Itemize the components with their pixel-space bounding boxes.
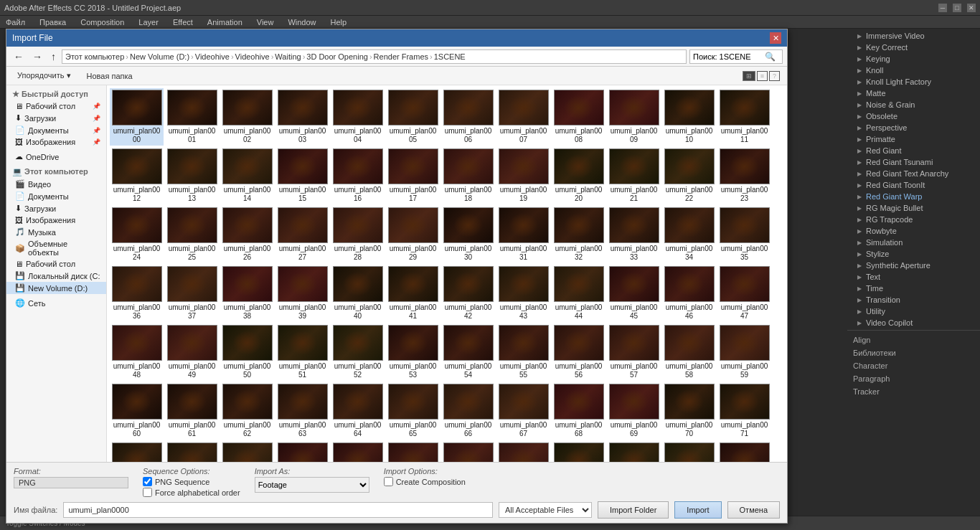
menu-layer[interactable]: Layer bbox=[136, 18, 161, 27]
cancel-button[interactable]: Отмена bbox=[727, 501, 780, 519]
effect-item[interactable]: Red Giant Warp bbox=[847, 191, 980, 202]
up-button[interactable]: ↑ bbox=[48, 49, 59, 64]
maximize-button[interactable]: □ bbox=[953, 4, 961, 12]
file-item[interactable]: umumi_plan0051 bbox=[275, 323, 329, 381]
file-item[interactable]: umumi_plan0006 bbox=[441, 88, 495, 146]
file-item[interactable]: umumi_plan0014 bbox=[220, 147, 274, 204]
file-item[interactable]: umumi_plan0027 bbox=[275, 206, 329, 263]
file-item[interactable]: umumi_plan0028 bbox=[331, 206, 385, 263]
file-item[interactable]: umumi_plan0049 bbox=[165, 323, 219, 381]
effect-item[interactable]: Transition bbox=[847, 294, 980, 306]
file-item[interactable]: umumi_plan0040 bbox=[331, 265, 385, 322]
sidebar-item-cdrive[interactable]: 💾 Локальный диск (C: bbox=[6, 270, 106, 282]
file-content-area[interactable]: umumi_plan0000 umumi_plan0001 umumi_plan… bbox=[107, 85, 787, 462]
file-item[interactable]: umumi_plan0029 bbox=[386, 206, 440, 263]
effect-item[interactable]: Obsolete bbox=[847, 110, 980, 122]
sidebar-item-videos[interactable]: 🎬 Видео bbox=[6, 178, 106, 190]
dialog-close-button[interactable]: ✕ bbox=[770, 32, 781, 44]
file-item[interactable]: umumi_plan0001 bbox=[165, 88, 219, 146]
file-item[interactable]: umumi_plan0064 bbox=[331, 382, 385, 440]
effect-item[interactable]: Red Giant Text Anarchy bbox=[847, 168, 980, 179]
file-item[interactable]: umumi_plan0078 bbox=[441, 441, 495, 462]
file-item[interactable]: umumi_plan0023 bbox=[717, 147, 771, 204]
menu-help[interactable]: Help bbox=[328, 18, 350, 27]
file-item[interactable]: umumi_plan0041 bbox=[386, 265, 440, 322]
file-item[interactable]: umumi_plan0021 bbox=[607, 147, 661, 204]
sidebar-item-network[interactable]: 🌐 Сеть bbox=[6, 297, 106, 309]
file-item[interactable]: umumi_plan0062 bbox=[220, 382, 274, 440]
file-item[interactable]: umumi_plan0036 bbox=[110, 265, 164, 322]
png-sequence-checkbox[interactable] bbox=[143, 477, 152, 486]
organize-button[interactable]: Упорядочить ▾ bbox=[12, 69, 76, 82]
file-item[interactable]: umumi_plan0052 bbox=[331, 323, 385, 381]
effect-item[interactable]: Key Correct bbox=[847, 42, 980, 53]
file-item[interactable]: umumi_plan0020 bbox=[552, 147, 606, 204]
file-item[interactable]: umumi_plan0039 bbox=[275, 265, 329, 322]
effect-item[interactable]: Immersive Video bbox=[847, 30, 980, 42]
effect-item[interactable]: Red Giant Tsunami bbox=[847, 156, 980, 168]
back-button[interactable]: ← bbox=[11, 49, 27, 64]
file-item[interactable]: umumi_plan0068 bbox=[552, 382, 606, 440]
file-item[interactable]: umumi_plan0083 bbox=[717, 441, 771, 462]
file-item[interactable]: umumi_plan0009 bbox=[607, 88, 661, 146]
file-item[interactable]: umumi_plan0012 bbox=[110, 147, 164, 204]
menu-view[interactable]: View bbox=[254, 18, 277, 27]
sidebar-item-desktop[interactable]: 🖥 Рабочий стол 📌 bbox=[6, 100, 106, 112]
file-item[interactable]: umumi_plan0013 bbox=[165, 147, 219, 204]
file-item[interactable]: umumi_plan0042 bbox=[441, 265, 495, 322]
file-item[interactable]: umumi_plan0046 bbox=[662, 265, 716, 322]
file-item[interactable]: umumi_plan0077 bbox=[386, 441, 440, 462]
file-item[interactable]: umumi_plan0072 bbox=[110, 441, 164, 462]
menu-effect[interactable]: Effect bbox=[170, 18, 196, 27]
effect-item[interactable]: RG Magic Bullet bbox=[847, 202, 980, 214]
file-item[interactable]: umumi_plan0047 bbox=[717, 265, 771, 322]
file-item[interactable]: umumi_plan0063 bbox=[275, 382, 329, 440]
file-item[interactable]: umumi_plan0054 bbox=[441, 323, 495, 381]
character-section[interactable]: Character bbox=[847, 359, 980, 372]
file-item[interactable]: umumi_plan0071 bbox=[717, 382, 771, 440]
effect-item[interactable]: Keying bbox=[847, 53, 980, 65]
search-input[interactable] bbox=[693, 52, 765, 61]
file-item[interactable]: umumi_plan0000 bbox=[110, 88, 164, 146]
file-item[interactable]: umumi_plan0081 bbox=[607, 441, 661, 462]
forward-button[interactable]: → bbox=[29, 49, 45, 64]
view-large-icons-button[interactable]: ⊞ bbox=[743, 71, 755, 81]
filename-input[interactable] bbox=[63, 502, 493, 518]
file-item[interactable]: umumi_plan0022 bbox=[662, 147, 716, 204]
file-item[interactable]: umumi_plan0080 bbox=[552, 441, 606, 462]
file-item[interactable]: umumi_plan0008 bbox=[552, 88, 606, 146]
file-item[interactable]: umumi_plan0067 bbox=[496, 382, 550, 440]
effect-item[interactable]: Time bbox=[847, 283, 980, 294]
file-item[interactable]: umumi_plan0017 bbox=[386, 147, 440, 204]
file-item[interactable]: umumi_plan0003 bbox=[275, 88, 329, 146]
file-item[interactable]: umumi_plan0005 bbox=[386, 88, 440, 146]
file-item[interactable]: umumi_plan0056 bbox=[552, 323, 606, 381]
effect-item[interactable]: Simulation bbox=[847, 237, 980, 248]
file-item[interactable]: umumi_plan0057 bbox=[607, 323, 661, 381]
file-item[interactable]: umumi_plan0025 bbox=[165, 206, 219, 263]
menu-file[interactable]: Файл bbox=[3, 18, 28, 27]
file-item[interactable]: umumi_plan0074 bbox=[220, 441, 274, 462]
effect-item[interactable]: Noise & Grain bbox=[847, 99, 980, 110]
file-item[interactable]: umumi_plan0038 bbox=[220, 265, 274, 322]
file-item[interactable]: umumi_plan0037 bbox=[165, 265, 219, 322]
sidebar-item-ddrive[interactable]: 💾 New Volume (D:) bbox=[6, 282, 106, 294]
file-item[interactable]: umumi_plan0032 bbox=[552, 206, 606, 263]
file-item[interactable]: umumi_plan0079 bbox=[496, 441, 550, 462]
file-item[interactable]: umumi_plan0058 bbox=[662, 323, 716, 381]
import-folder-button[interactable]: Import Folder bbox=[598, 501, 669, 519]
file-item[interactable]: umumi_plan0060 bbox=[110, 382, 164, 440]
effect-item[interactable]: Red Giant bbox=[847, 145, 980, 156]
file-item[interactable]: umumi_plan0070 bbox=[662, 382, 716, 440]
file-item[interactable]: umumi_plan0030 bbox=[441, 206, 495, 263]
sidebar-item-desktoppc[interactable]: 🖥 Рабочий стол bbox=[6, 258, 106, 270]
import-as-select[interactable]: Footage Composition bbox=[255, 477, 369, 493]
file-item[interactable]: umumi_plan0066 bbox=[441, 382, 495, 440]
effect-item[interactable]: Rowbyte bbox=[847, 225, 980, 237]
file-item[interactable]: umumi_plan0065 bbox=[386, 382, 440, 440]
effect-item[interactable]: Utility bbox=[847, 306, 980, 317]
effect-item[interactable]: Text bbox=[847, 271, 980, 283]
file-item[interactable]: umumi_plan0059 bbox=[717, 323, 771, 381]
effect-item[interactable]: Video Copilot bbox=[847, 317, 980, 328]
sidebar-item-pictures[interactable]: 🖼 Изображения 📌 bbox=[6, 136, 106, 148]
